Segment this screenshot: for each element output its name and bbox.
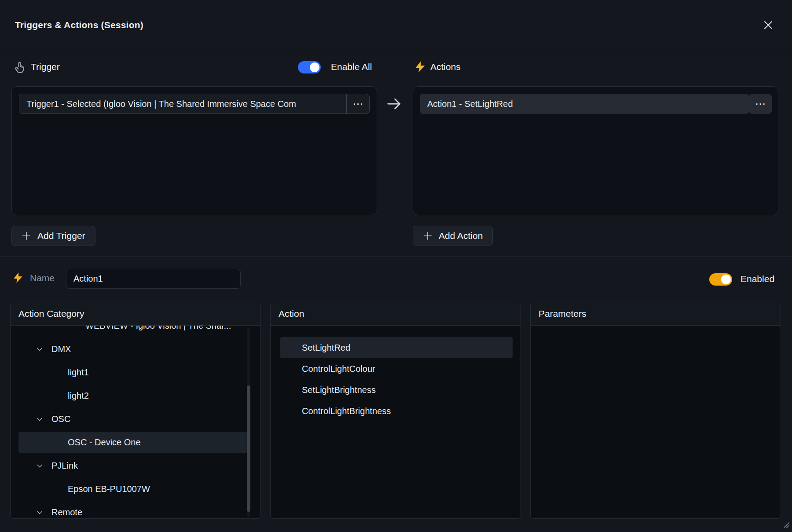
close-icon — [763, 20, 774, 30]
tree-item-light1[interactable]: light1 — [11, 361, 260, 384]
trigger-section-label: Trigger — [31, 62, 60, 72]
action-list-panel: Action1 - SetLightRed ⋯ — [413, 86, 778, 215]
action-option-controllightbrightness[interactable]: ControlLightBrightness — [271, 400, 521, 422]
tree-group-remote[interactable]: Remote — [11, 501, 260, 519]
section-divider — [0, 257, 792, 257]
action-option-controllightcolour[interactable]: ControlLightColour — [271, 358, 521, 379]
actions-section-label: Actions — [430, 62, 461, 72]
chevron-down-icon — [35, 415, 44, 424]
action-category-header: Action Category — [11, 302, 260, 326]
action-row-label: Action1 - SetLightRed — [427, 99, 513, 109]
chevron-down-icon — [35, 345, 44, 354]
trigger-options-button[interactable]: ⋯ — [346, 94, 369, 114]
action-option-setlightred[interactable]: SetLightRed — [280, 337, 513, 358]
action-category-body: WEBVIEW - Igloo Vision | The Shar... DMX… — [11, 326, 260, 519]
enable-all-toggle[interactable] — [298, 61, 321, 73]
enabled-label: Enabled — [741, 274, 774, 284]
resize-handle[interactable] — [783, 521, 790, 530]
parameters-panel-body — [531, 326, 781, 519]
tree-item-label: light2 — [68, 391, 89, 401]
lightning-bolt-icon — [414, 60, 426, 76]
action-option-label: ControlLightBrightness — [302, 406, 391, 416]
trigger-to-action-arrow-icon — [385, 94, 404, 114]
action-row[interactable]: Action1 - SetLightRed — [420, 94, 749, 114]
tree-group-pjlink[interactable]: PJLink — [11, 454, 260, 477]
tree-group-dmx[interactable]: DMX — [11, 338, 260, 361]
action-list: SetLightRed ControlLightColour SetLightB… — [271, 326, 521, 422]
tree-item-label: Epson EB-PU1007W — [68, 484, 150, 494]
tree-item-light2[interactable]: light2 — [11, 384, 260, 407]
dialog-header: Triggers & Actions (Session) — [0, 0, 792, 50]
action-panel-header: Action — [271, 302, 521, 326]
tree-group-label: PJLink — [51, 461, 78, 471]
tree-group-label: OSC — [51, 414, 70, 424]
tree-group-osc[interactable]: OSC — [11, 407, 260, 431]
category-tree: WEBVIEW - Igloo Vision | The Shar... DMX… — [11, 326, 260, 519]
lightning-bolt-icon — [12, 271, 24, 286]
action-option-setlightbrightness[interactable]: SetLightBrightness — [271, 379, 521, 400]
tree-group-label: Remote — [51, 507, 82, 517]
add-action-label: Add Action — [439, 231, 483, 241]
action-name-input[interactable] — [66, 269, 241, 289]
trigger-row[interactable]: Trigger1 - Selected (Igloo Vision | The … — [19, 94, 370, 114]
tree-item-label: light1 — [68, 367, 89, 378]
chevron-down-icon — [35, 508, 44, 517]
touch-icon — [13, 61, 26, 76]
enabled-toggle[interactable] — [709, 273, 732, 286]
tree-item-label: WEBVIEW - Igloo Vision | The Shar... — [85, 326, 231, 331]
action-option-label: SetLightBrightness — [302, 385, 376, 395]
close-button[interactable] — [759, 16, 777, 34]
parameters-panel-header: Parameters — [531, 302, 781, 326]
parameters-panel: Parameters — [530, 302, 781, 519]
plus-icon — [423, 231, 433, 241]
scrollbar-thumb[interactable] — [247, 385, 250, 512]
tree-item-webview[interactable]: WEBVIEW - Igloo Vision | The Shar... — [11, 326, 260, 338]
plus-icon — [22, 231, 31, 241]
trigger-row-label: Trigger1 - Selected (Igloo Vision | The … — [19, 94, 346, 114]
action-option-label: SetLightRed — [302, 343, 350, 353]
toggle-knob — [310, 62, 319, 72]
tree-group-label: DMX — [51, 344, 71, 354]
enable-all-label: Enable All — [331, 62, 372, 72]
add-trigger-label: Add Trigger — [37, 231, 85, 241]
dialog-title: Triggers & Actions (Session) — [15, 20, 143, 30]
ellipsis-icon: ⋯ — [755, 98, 766, 110]
action-panel-body: SetLightRed ControlLightColour SetLightB… — [271, 326, 521, 519]
trigger-list-panel: Trigger1 - Selected (Igloo Vision | The … — [11, 86, 377, 215]
toggle-knob — [721, 275, 731, 284]
tree-item-label: OSC - Device One — [68, 437, 141, 448]
action-name-label: Name — [30, 273, 55, 283]
chevron-down-icon — [35, 462, 44, 470]
action-option-label: ControlLightColour — [302, 364, 375, 374]
action-category-panel: Action Category WEBVIEW - Igloo Vision |… — [10, 302, 261, 519]
tree-item-epson[interactable]: Epson EB-PU1007W — [11, 477, 260, 501]
add-trigger-button[interactable]: Add Trigger — [11, 226, 95, 246]
action-options-button[interactable]: ⋯ — [749, 94, 772, 114]
add-action-button[interactable]: Add Action — [413, 226, 493, 246]
tree-item-osc-device-one[interactable]: OSC - Device One — [18, 432, 247, 453]
ellipsis-icon: ⋯ — [353, 98, 363, 110]
action-panel: Action SetLightRed ControlLightColour Se… — [270, 302, 521, 519]
